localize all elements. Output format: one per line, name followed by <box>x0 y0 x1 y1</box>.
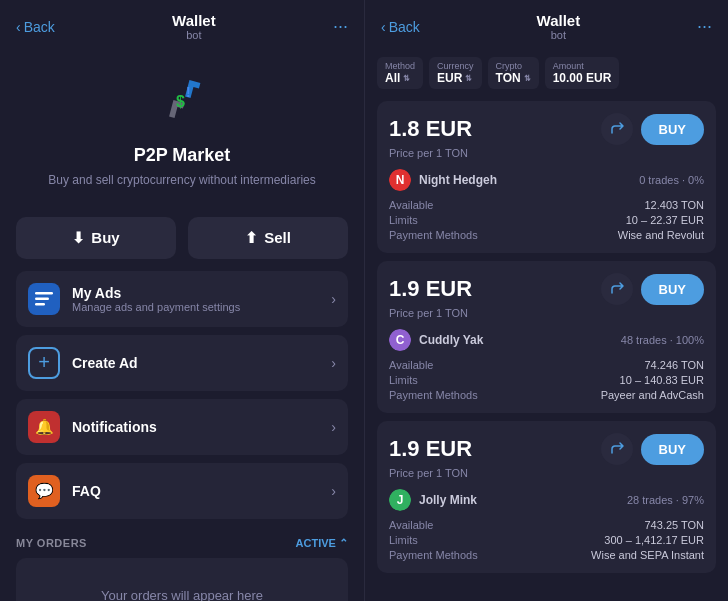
offer-2-actions: BUY <box>601 433 704 465</box>
offer-0-available-label: Available <box>389 199 433 211</box>
svg-text:N: N <box>396 173 405 187</box>
right-back-chevron-icon: ‹ <box>381 19 386 35</box>
offer-0-avatar: N <box>389 169 411 191</box>
offer-2-share-button[interactable] <box>601 433 633 465</box>
svg-rect-6 <box>35 303 45 306</box>
orders-sort-icon: ⌃ <box>339 537 348 549</box>
left-header: ‹ Back Wallet bot ··· <box>0 0 364 49</box>
left-back-chevron-icon: ‹ <box>16 19 21 35</box>
offer-0-seller-name: Night Hedgeh <box>419 173 497 187</box>
offer-1-limits-value: 10 – 140.83 EUR <box>620 374 704 386</box>
offer-0-price: 1.8 EUR <box>389 116 472 142</box>
filter-crypto-value: TON ⇅ <box>496 71 531 85</box>
faq-label: FAQ <box>72 483 331 499</box>
svg-rect-5 <box>35 297 49 300</box>
right-header-center: Wallet bot <box>537 12 581 41</box>
offer-1-payment-label: Payment Methods <box>389 389 478 401</box>
menu-item-my-ads[interactable]: My Ads Manage ads and payment settings › <box>16 271 348 327</box>
offer-1-details: Available 74.246 TON Limits 10 – 140.83 … <box>389 359 704 401</box>
filter-currency-value: EUR ⇅ <box>437 71 474 85</box>
sell-button[interactable]: ⬆ Sell <box>188 217 348 259</box>
create-ad-chevron-icon: › <box>331 355 336 371</box>
svg-text:!: ! <box>186 84 191 100</box>
offer-1-share-button[interactable] <box>601 273 633 305</box>
right-back-button[interactable]: ‹ Back <box>381 19 420 35</box>
offer-1-limits-row: Limits 10 – 140.83 EUR <box>389 374 704 386</box>
hero-title: P2P Market <box>134 145 231 166</box>
offer-0-available-value: 12.403 TON <box>644 199 704 211</box>
offer-2-details: Available 743.25 TON Limits 300 – 1,412.… <box>389 519 704 561</box>
offer-2-available-row: Available 743.25 TON <box>389 519 704 531</box>
offer-2-available-label: Available <box>389 519 433 531</box>
faq-icon: 💬 <box>28 475 60 507</box>
filter-currency[interactable]: Currency EUR ⇅ <box>429 57 482 89</box>
offer-1-price: 1.9 EUR <box>389 276 472 302</box>
buy-button[interactable]: ⬇ Buy <box>16 217 176 259</box>
menu-item-create-ad[interactable]: + Create Ad › <box>16 335 348 391</box>
sell-label: Sell <box>264 229 291 246</box>
left-more-button[interactable]: ··· <box>333 16 348 37</box>
left-header-center: Wallet bot <box>172 12 216 41</box>
left-back-label: Back <box>24 19 55 35</box>
filter-crypto[interactable]: Crypto TON ⇅ <box>488 57 539 89</box>
filter-method[interactable]: Method All ⇅ <box>377 57 423 89</box>
offer-2-payment-label: Payment Methods <box>389 549 478 561</box>
right-header: ‹ Back Wallet bot ··· <box>365 0 728 49</box>
offer-0-price-row: 1.8 EUR BUY <box>389 113 704 145</box>
offer-1-limits-label: Limits <box>389 374 418 386</box>
offer-0-seller-info: N Night Hedgeh <box>389 169 497 191</box>
hero-icon: $ ! <box>150 69 214 133</box>
offer-1-price-row: 1.9 EUR BUY <box>389 273 704 305</box>
filter-amount[interactable]: Amount 10.00 EUR <box>545 57 620 89</box>
orders-active-label[interactable]: ACTIVE ⌃ <box>296 537 348 550</box>
offer-1-avatar: C <box>389 329 411 351</box>
offer-2-price-row: 1.9 EUR BUY <box>389 433 704 465</box>
faq-chevron-icon: › <box>331 483 336 499</box>
offer-1-buy-button[interactable]: BUY <box>641 274 704 305</box>
create-ad-icon: + <box>28 347 60 379</box>
offer-0-limits-row: Limits 10 – 22.37 EUR <box>389 214 704 226</box>
my-ads-icon <box>28 283 60 315</box>
orders-section: MY ORDERS ACTIVE ⌃ Your orders will appe… <box>0 525 364 601</box>
buy-icon: ⬇ <box>72 229 85 247</box>
offer-1-subtitle: Price per 1 TON <box>389 307 704 319</box>
offer-0-payment-row: Payment Methods Wise and Revolut <box>389 229 704 241</box>
offer-0-buy-button[interactable]: BUY <box>641 114 704 145</box>
filter-currency-label: Currency <box>437 61 474 71</box>
p2p-illustration: $ ! <box>150 69 214 133</box>
offer-1-seller-row: C Cuddly Yak 48 trades · 100% <box>389 329 704 351</box>
offer-0-actions: BUY <box>601 113 704 145</box>
offer-2-seller-row: J Jolly Mink 28 trades · 97% <box>389 489 704 511</box>
offer-0-details: Available 12.403 TON Limits 10 – 22.37 E… <box>389 199 704 241</box>
offer-2-buy-button[interactable]: BUY <box>641 434 704 465</box>
offer-1-payment-value: Payeer and AdvCash <box>601 389 704 401</box>
notifications-icon: 🔔 <box>28 411 60 443</box>
offer-0-seller-stats: 0 trades · 0% <box>639 174 704 186</box>
svg-text:C: C <box>396 333 405 347</box>
notifications-chevron-icon: › <box>331 419 336 435</box>
left-panel: ‹ Back Wallet bot ··· $ ! P2P Market Buy… <box>0 0 364 601</box>
my-ads-sublabel: Manage ads and payment settings <box>72 301 331 313</box>
orders-empty-state: Your orders will appear here <box>16 558 348 601</box>
menu-item-faq[interactable]: 💬 FAQ › <box>16 463 348 519</box>
my-ads-text: My Ads Manage ads and payment settings <box>72 285 331 313</box>
left-header-title: Wallet <box>172 12 216 29</box>
menu-item-notifications[interactable]: 🔔 Notifications › <box>16 399 348 455</box>
orders-header: MY ORDERS ACTIVE ⌃ <box>16 537 348 550</box>
offer-0-limits-label: Limits <box>389 214 418 226</box>
offer-1-available-row: Available 74.246 TON <box>389 359 704 371</box>
left-back-button[interactable]: ‹ Back <box>16 19 55 35</box>
offer-0-payment-label: Payment Methods <box>389 229 478 241</box>
filters-bar: Method All ⇅ Currency EUR ⇅ Crypto TON ⇅… <box>365 49 728 97</box>
offer-0-payment-value: Wise and Revolut <box>618 229 704 241</box>
offer-0-share-button[interactable] <box>601 113 633 145</box>
share-icon <box>610 282 624 296</box>
offer-2-avatar: J <box>389 489 411 511</box>
my-ads-label: My Ads <box>72 285 331 301</box>
left-header-subtitle: bot <box>172 29 216 41</box>
offer-0-available-row: Available 12.403 TON <box>389 199 704 211</box>
offer-2-seller-info: J Jolly Mink <box>389 489 477 511</box>
right-more-button[interactable]: ··· <box>697 16 712 37</box>
notifications-text: Notifications <box>72 419 331 435</box>
buy-label: Buy <box>91 229 119 246</box>
